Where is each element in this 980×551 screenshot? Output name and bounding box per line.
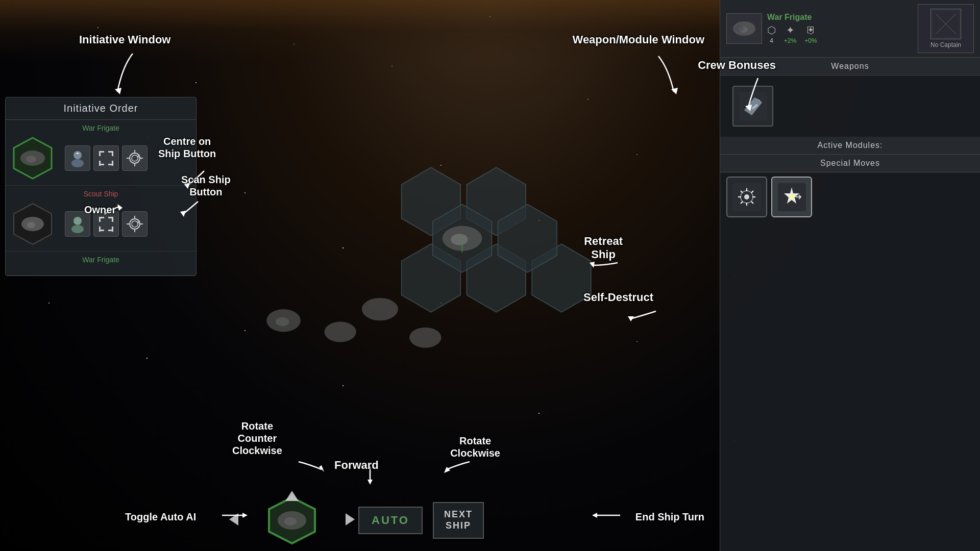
left-panel: Initiative Order War Frigate [0,0,199,551]
svg-rect-20 [99,161,101,166]
ship-row-1 [10,135,192,181]
owner-btn-2[interactable] [65,211,90,237]
svg-point-33 [74,217,82,225]
svg-rect-16 [99,151,101,156]
right-panel: War Frigate ⬡ 4 ✦ +2% ⛨ +0% [720,0,980,551]
bottom-controls: AUTO NEXT SHIP [0,490,720,551]
shield-value: +0% [804,37,817,44]
initiative-value: 4 [770,37,773,44]
self-destruct-btn[interactable] [771,177,812,217]
svg-point-32 [27,222,35,228]
stat-speed-bonus: ✦ +2% [784,24,796,44]
owner-btn-1[interactable] [65,145,90,171]
svg-point-14 [71,159,84,167]
speed-icon: ✦ [786,24,795,36]
initiative-window: Initiative Order War Frigate [5,97,197,276]
forward-btn[interactable] [284,490,300,504]
weapons-area [720,76,980,137]
svg-point-23 [130,153,140,163]
svg-rect-40 [99,227,101,232]
svg-point-69 [789,194,794,199]
ship-row-2 [10,201,192,247]
initiative-icon: ⬡ [767,24,776,36]
svg-rect-36 [99,217,101,222]
centre-ship-btn-2[interactable] [93,211,119,237]
captain-box: No Captain [918,4,974,53]
weapon-slot-1[interactable] [732,86,773,127]
scan-ship-btn-2[interactable] [122,211,148,237]
next-ship-line1: NEXT [444,509,473,519]
speed-value: +2% [784,37,796,44]
rotate-ccw-btn[interactable] [228,512,242,529]
shield-icon: ⛨ [806,24,816,36]
rotate-cw-btn[interactable] [341,512,356,529]
svg-point-24 [132,155,138,161]
no-captain-label: No Captain [930,41,961,48]
svg-point-34 [71,225,84,233]
svg-point-74 [284,517,297,525]
active-modules-header: Active Modules: [720,137,980,155]
weapons-header: Weapons [720,58,980,76]
ship-name-scout: Scout Ship [10,190,192,198]
ship-name-war-frigate-1: War Frigate [10,124,192,132]
svg-marker-75 [346,513,355,525]
stat-row: ⬡ 4 ✦ +2% ⛨ +0% [767,24,817,44]
ship-entry-3: War Frigate [6,252,196,276]
special-moves-header: Special Moves [720,155,980,172]
ship-info-bar: War Frigate ⬡ 4 ✦ +2% ⛨ +0% [720,0,980,58]
next-ship-button[interactable]: NEXT SHIP [433,502,484,538]
ship-entry-1: War Frigate [6,120,196,186]
svg-point-43 [130,219,140,229]
next-ship-line2: SHIP [446,520,471,531]
scan-ship-btn-1[interactable] [122,145,148,171]
ship-hex-1[interactable] [10,135,56,181]
ship-name-war-frigate-3: War Frigate [10,256,192,264]
svg-rect-22 [112,161,113,166]
ship-controls-2 [65,211,148,237]
svg-point-44 [132,221,138,227]
ship-portrait-right [726,13,762,44]
ship-hex-2[interactable] [10,201,56,247]
ui-layer: Initiative Order War Frigate [0,0,980,551]
svg-marker-71 [229,513,238,525]
captain-portrait [930,9,961,39]
svg-point-12 [26,156,36,163]
retreat-ship-btn[interactable] [726,177,767,217]
right-ship-name: War Frigate [767,13,817,22]
stat-initiative: ⬡ 4 [767,24,776,44]
special-moves-area [720,172,980,221]
svg-marker-70 [285,491,299,501]
svg-point-66 [744,194,749,199]
ship-controls-1 [65,145,148,171]
centre-ship-btn-1[interactable] [93,145,119,171]
ship-entry-2: Scout Ship [6,186,196,252]
ship-stats: War Frigate ⬡ 4 ✦ +2% ⛨ +0% [767,13,817,44]
initiative-title: Initiative Order [6,97,196,120]
svg-rect-42 [112,227,113,232]
stat-shield-bonus: ⛨ +0% [804,24,817,44]
svg-rect-38 [112,217,113,222]
auto-button[interactable]: AUTO [358,507,423,534]
svg-rect-18 [112,151,113,156]
center-ship-area [236,495,348,546]
